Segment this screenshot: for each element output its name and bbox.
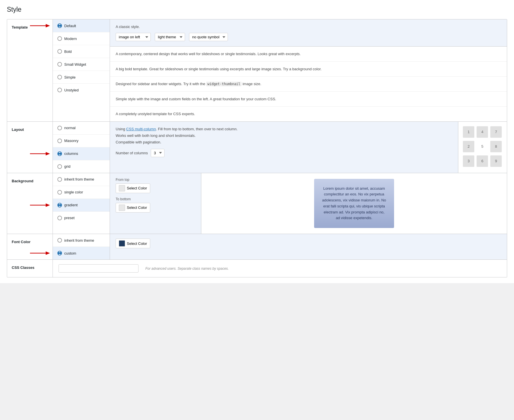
background-preset-label: preset	[64, 216, 75, 220]
radio-modern	[57, 36, 62, 41]
columns-count-row: Number of columns 3 1 2 4 5 6	[116, 149, 452, 157]
grid-cell-7: 7	[490, 126, 502, 138]
arrow-default	[30, 23, 50, 29]
layout-desc-line2: Works well with both long and short test…	[116, 133, 452, 138]
page-title: Style	[7, 6, 507, 19]
template-simple-desc: Simple style with the image and custom f…	[110, 92, 507, 107]
template-unstyled-desc: A completely unstyled template for CSS e…	[110, 107, 507, 121]
template-option-modern[interactable]: Modern	[53, 32, 110, 45]
grid-cell-6: 6	[477, 155, 488, 167]
layout-option-columns[interactable]: columns	[53, 147, 110, 160]
layout-option-grid[interactable]: grid	[53, 160, 110, 173]
radio-grid	[57, 164, 62, 169]
radio-single-bg	[57, 190, 62, 195]
radio-inherit-bg	[57, 177, 62, 182]
background-option-single[interactable]: single color	[53, 186, 110, 199]
columns-count-label: Number of columns	[116, 151, 148, 155]
template-option-unstyled[interactable]: Unstyled	[53, 84, 110, 96]
columns-count-select[interactable]: 3 1 2 4 5 6	[151, 149, 164, 157]
font-color-controls: Select Color	[110, 234, 507, 259]
to-bottom-color-button[interactable]: Select Color	[116, 203, 150, 213]
radio-columns	[57, 151, 62, 156]
from-top-select-label: Select Color	[127, 186, 147, 190]
layout-label: Layout	[7, 122, 53, 173]
radio-masonry	[57, 139, 62, 143]
radio-default	[57, 23, 62, 28]
layout-masonry-label: Masonry	[64, 139, 79, 143]
css-classes-input[interactable]	[59, 264, 138, 273]
template-dropdowns: image on left image on right image on to…	[116, 33, 501, 41]
layout-desc-line1: Using CSS multi-column. Fill from top to…	[116, 127, 452, 131]
arrow-columns	[30, 151, 50, 157]
to-bottom-select-label: Select Color	[127, 205, 147, 210]
template-option-bold[interactable]: Bold	[53, 45, 110, 58]
template-default-label: Default	[64, 24, 76, 28]
layout-option-masonry[interactable]: Masonry	[53, 135, 110, 147]
from-top-label: From top	[116, 178, 195, 182]
font-color-option-inherit[interactable]: inherit from theme	[53, 234, 110, 247]
background-preview-area: Lorem ipsum dolor sit amet, accusam comp…	[201, 173, 507, 234]
background-option-inherit[interactable]: inherit from theme	[53, 173, 110, 186]
template-description-area: A classic style. image on left image on …	[110, 19, 507, 121]
svg-marker-7	[46, 251, 50, 255]
css-classes-section: CSS Classes For advanced users. Separate…	[7, 260, 507, 277]
template-small-widget-label: Small Widget	[64, 62, 86, 67]
font-color-swatch	[119, 240, 125, 247]
css-classes-body: For advanced users. Separate class names…	[53, 260, 507, 277]
grid-cell-8: 8	[490, 141, 502, 152]
background-preview-box: Lorem ipsum dolor sit amet, accusam comp…	[314, 179, 394, 228]
font-color-options-list: inherit from theme custom	[53, 234, 110, 259]
template-option-default[interactable]: Default	[53, 19, 110, 32]
layout-description: Using CSS multi-column. Fill from top to…	[110, 122, 458, 173]
quote-select[interactable]: no quote symbol quotation marks large qu…	[189, 33, 228, 41]
radio-small-widget	[57, 62, 62, 67]
background-preview-text: Lorem ipsum dolor sit amet, accusam comp…	[322, 186, 386, 221]
background-inherit-label: inherit from theme	[64, 177, 94, 181]
template-selected-text: A classic style.	[116, 25, 501, 29]
font-color-button[interactable]: Select Color	[116, 239, 150, 248]
background-gradient-label: gradient	[64, 203, 78, 207]
layout-content: normal Masonry c	[53, 122, 507, 173]
template-bold-desc: A big bold template. Great for slideshow…	[110, 62, 507, 77]
css-classes-hint: For advanced users. Separate class names…	[145, 267, 229, 271]
from-top-swatch	[119, 185, 125, 191]
radio-custom-font	[57, 251, 62, 255]
grid-cell-1: 1	[463, 126, 474, 138]
background-option-preset[interactable]: preset	[53, 212, 110, 224]
theme-select[interactable]: light theme dark theme	[155, 33, 185, 41]
layout-option-normal[interactable]: normal	[53, 122, 110, 135]
template-small-widget-desc: Designed for sidebar and footer widgets.…	[110, 77, 507, 92]
template-option-simple[interactable]: Simple	[53, 71, 110, 84]
template-section: Template Default	[7, 19, 507, 122]
image-position-select[interactable]: image on left image on right image on to…	[116, 33, 151, 41]
background-controls: From top Select Color To bottom Select C…	[110, 173, 201, 234]
template-label: Template	[7, 19, 53, 121]
background-option-gradient[interactable]: gradient	[53, 199, 110, 212]
grid-cell-3: 3	[463, 155, 474, 167]
template-simple-label: Simple	[64, 75, 76, 79]
radio-gradient-bg	[57, 203, 62, 207]
font-color-inherit-label: inherit from theme	[64, 238, 94, 243]
background-section: Background inherit from theme single col…	[7, 173, 507, 234]
from-top-color-button[interactable]: Select Color	[116, 183, 150, 193]
layout-desc-line3: Compatible with pagination.	[116, 140, 452, 144]
template-modern-label: Modern	[64, 37, 77, 41]
template-modern-desc: A contemporary, centered design that wor…	[110, 47, 507, 62]
radio-simple	[57, 75, 62, 79]
layout-normal-label: normal	[64, 126, 76, 130]
css-classes-content: For advanced users. Separate class names…	[53, 260, 507, 277]
font-color-content: inherit from theme custom	[53, 234, 507, 259]
grid-cell-2: 2	[463, 141, 474, 152]
grid-cell-9: 9	[490, 155, 502, 167]
arrow-custom-font	[30, 250, 50, 256]
css-multi-column-link[interactable]: CSS multi-column	[126, 127, 156, 131]
font-color-select-label: Select Color	[127, 241, 147, 246]
css-classes-label: CSS Classes	[7, 260, 53, 277]
to-bottom-row: To bottom Select Color	[116, 197, 195, 213]
background-options-list: inherit from theme single color	[53, 173, 110, 234]
template-option-small-widget[interactable]: Small Widget	[53, 58, 110, 71]
grid-cell-5: 5	[477, 141, 488, 152]
svg-marker-1	[46, 24, 50, 27]
font-color-option-custom[interactable]: custom	[53, 247, 110, 259]
layout-section: Layout normal Masonry	[7, 122, 507, 173]
